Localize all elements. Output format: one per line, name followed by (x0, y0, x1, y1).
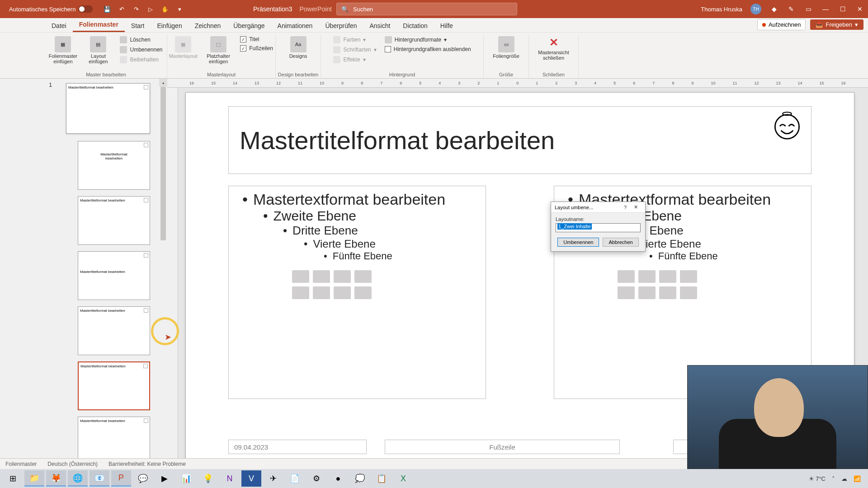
tab-animationen[interactable]: Animationen (271, 19, 319, 32)
maximize-icon[interactable]: ☐ (838, 5, 847, 14)
premium-icon[interactable]: ◆ (769, 5, 778, 14)
taskbar-app4-icon[interactable]: V (241, 470, 261, 487)
background-styles-dropdown[interactable]: Hintergrundformate ▾ (382, 35, 474, 44)
title-bar: Automatisches Speichern 💾 ↶ ↷ ▷ ✋ ▾ Präs… (0, 0, 868, 18)
qat-more-icon[interactable]: ▾ (175, 5, 184, 14)
layout-thumbnail-3[interactable]: Mastertitelformat bearbeiten (78, 251, 150, 300)
autosave-toggle[interactable] (78, 5, 93, 13)
insert-slide-master-label: Folienmaster einfügen (47, 53, 79, 64)
text-lvl5: Fünfte Ebene (238, 250, 476, 262)
weather-widget[interactable]: ☀ 7°C (809, 475, 826, 482)
taskbar-explorer-icon[interactable]: 📁 (24, 470, 44, 487)
taskbar-app7-icon[interactable]: ● (328, 470, 348, 487)
hide-bg-graphics-checkbox[interactable]: Hintergrundgrafiken ausblenden (382, 45, 474, 53)
tab-hilfe[interactable]: Hilfe (434, 19, 459, 32)
user-avatar[interactable]: TH (750, 4, 761, 14)
touch-mode-icon[interactable]: ✋ (160, 5, 170, 14)
preserve-button: Beibehalten (117, 55, 165, 64)
tab-zeichnen[interactable]: Zeichnen (189, 19, 227, 32)
insert-layout-button[interactable]: ▤ Layout einfügen (82, 34, 114, 64)
window-icon[interactable]: ▭ (804, 5, 813, 14)
dialog-titlebar[interactable]: Layout umbene... ? ✕ (551, 202, 645, 213)
tray-network-icon[interactable]: 📶 (854, 475, 861, 482)
draw-icon[interactable]: ✎ (787, 5, 796, 14)
taskbar-app3-icon[interactable]: 💡 (198, 470, 218, 487)
scroll-up-icon[interactable]: ▴ (159, 79, 167, 87)
taskbar-app6-icon[interactable]: ⚙ (307, 470, 326, 487)
taskbar-vlc-icon[interactable]: ▶ (155, 470, 175, 487)
taskbar-telegram-icon[interactable]: ✈ (263, 470, 283, 487)
search-box[interactable]: 🔍 Suchen (336, 3, 517, 15)
tray-chevron-icon[interactable]: ˄ (832, 475, 835, 482)
tab-einfuegen[interactable]: Einfügen (151, 19, 188, 32)
taskbar-app8-icon[interactable]: 💭 (350, 470, 370, 487)
thumb-close-icon (144, 198, 148, 202)
placeholder-icons[interactable] (618, 270, 802, 299)
rename-button[interactable]: Umbenennen (117, 45, 165, 54)
layout-thumbnail-4[interactable]: Mastertitelformat bearbeiten (78, 306, 150, 355)
slide-size-button[interactable]: ▭ Foliengröße (490, 34, 523, 59)
master-thumbnail[interactable]: Mastertitelformat bearbeiten (66, 83, 150, 134)
layout-name-input[interactable]: 1_Zwei Inhalte (556, 223, 641, 232)
taskbar-excel-icon[interactable]: X (393, 470, 413, 487)
taskbar-onenote-icon[interactable]: N (220, 470, 240, 487)
text-lvl5: Fünfte Ebene (563, 250, 802, 262)
minimize-icon[interactable]: — (821, 5, 830, 14)
from-beginning-icon[interactable]: ▷ (146, 5, 155, 14)
taskbar-app5-icon[interactable]: 📄 (285, 470, 305, 487)
insert-slide-master-button[interactable]: ▦ Folienmaster einfügen (47, 34, 79, 64)
tab-uebergaenge[interactable]: Übergänge (227, 19, 271, 32)
dialog-help-icon[interactable]: ? (620, 205, 630, 210)
dialog-close-icon[interactable]: ✕ (630, 204, 642, 210)
footers-checkbox[interactable]: Fußzeilen (237, 44, 276, 52)
share-button[interactable]: 📤 Freigeben ▾ (810, 19, 863, 30)
taskbar-app9-icon[interactable]: 📋 (372, 470, 392, 487)
scroll-thumb[interactable] (160, 87, 166, 240)
redo-icon[interactable]: ↷ (132, 5, 141, 14)
delete-button[interactable]: Löschen (117, 35, 165, 44)
taskbar-chrome-icon[interactable]: 🌐 (68, 470, 88, 487)
layout-thumbnail-2[interactable]: Mastertitelformat bearbeiten (78, 196, 150, 245)
text-lvl3: Dritte Ebene (238, 224, 476, 238)
tab-datei[interactable]: Datei (45, 19, 73, 32)
tab-dictation[interactable]: Dictation (396, 19, 434, 32)
tray-cloud-icon[interactable]: ☁ (841, 475, 847, 482)
tab-ueberpruefen[interactable]: Überprüfen (319, 19, 363, 32)
colors-icon (333, 36, 340, 43)
status-language[interactable]: Deutsch (Österreich) (47, 461, 98, 467)
dialog-rename-button[interactable]: Umbenennen (557, 238, 599, 247)
start-button[interactable]: ⊞ (3, 470, 23, 487)
taskbar-outlook-icon[interactable]: 📧 (90, 470, 109, 487)
titlebar-center: Präsentation3 PowerPoint 🔍 Suchen (253, 3, 517, 15)
title-text: Mastertitelformat bearbeiten (240, 126, 555, 155)
taskbar-app-icon[interactable]: 💬 (133, 470, 153, 487)
layout-thumbnail-5-selected[interactable]: Mastertitelformat bearbeiten (78, 361, 150, 410)
chevron-down-icon: ▾ (855, 21, 858, 28)
taskbar-firefox-icon[interactable]: 🦊 (46, 470, 66, 487)
thumbnail-scrollbar[interactable]: ▴ ▾ (159, 79, 167, 467)
tab-ansicht[interactable]: Ansicht (363, 19, 396, 32)
close-icon[interactable]: ✕ (855, 5, 864, 14)
close-master-view-button[interactable]: ✕ Masteransicht schließen (538, 34, 570, 61)
placeholder-icons[interactable] (292, 270, 476, 299)
autosave[interactable]: Automatisches Speichern (9, 5, 93, 13)
insert-placeholder-button[interactable]: ⬚ Platzhalter einfügen (202, 34, 235, 64)
footer-placeholder[interactable]: Fußzeile (385, 440, 620, 454)
record-button[interactable]: Aufzeichnen (757, 19, 806, 30)
status-accessibility[interactable]: Barrierefreiheit: Keine Probleme (108, 461, 186, 467)
title-placeholder[interactable]: Mastertitelformat bearbeiten (228, 106, 811, 174)
tab-start[interactable]: Start (125, 19, 151, 32)
layout-thumbnail-1[interactable]: Mastertitelformatbearbeiten (78, 141, 150, 190)
layout-icon: ▤ (90, 36, 106, 52)
content-placeholder-left[interactable]: Mastertextformat bearbeiten Zweite Ebene… (228, 186, 486, 399)
dialog-cancel-button[interactable]: Abbrechen (603, 238, 638, 247)
title-checkbox[interactable]: Titel (237, 35, 276, 43)
themes-icon: Aa (290, 36, 307, 52)
save-icon[interactable]: 💾 (103, 5, 112, 14)
undo-icon[interactable]: ↶ (117, 5, 126, 14)
taskbar-app2-icon[interactable]: 📊 (176, 470, 196, 487)
themes-button[interactable]: Aa Designs (282, 34, 315, 59)
tab-folienmaster[interactable]: Folienmaster (73, 18, 125, 32)
taskbar-powerpoint-icon[interactable]: P (111, 470, 131, 487)
date-placeholder[interactable]: 09.04.2023 (228, 440, 367, 454)
